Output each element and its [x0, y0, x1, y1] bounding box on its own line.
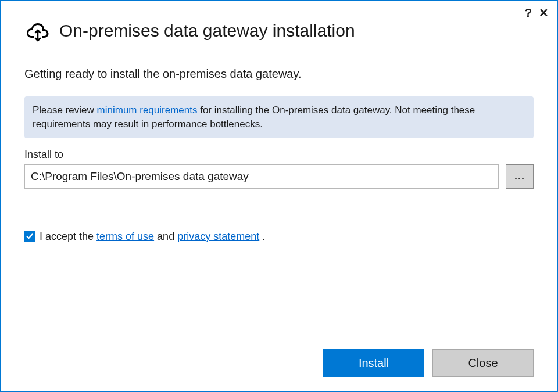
privacy-statement-link[interactable]: privacy statement: [177, 231, 259, 242]
divider: [24, 87, 534, 87]
close-icon[interactable]: ✕: [539, 7, 549, 19]
installer-window: ? ✕ On-premises data gateway installatio…: [0, 0, 558, 392]
min-requirements-link[interactable]: minimum requirements: [97, 105, 198, 116]
titlebar-controls: ? ✕: [525, 7, 549, 19]
close-button[interactable]: Close: [432, 349, 534, 377]
requirements-info-box: Please review minimum requirements for i…: [24, 96, 534, 138]
page-title: On-premises data gateway installation: [59, 21, 355, 41]
header: On-premises data gateway installation: [24, 20, 534, 42]
install-path-row: ...: [24, 164, 534, 189]
help-icon[interactable]: ?: [525, 7, 532, 19]
info-prefix: Please review: [33, 105, 97, 116]
accept-mid: and: [154, 231, 177, 242]
accept-terms-row: I accept the terms of use and privacy st…: [24, 231, 534, 243]
install-path-input[interactable]: [24, 164, 499, 189]
install-button[interactable]: Install: [323, 349, 424, 377]
terms-of-use-link[interactable]: terms of use: [96, 231, 154, 242]
browse-button[interactable]: ...: [506, 164, 534, 189]
accept-suffix: .: [259, 231, 265, 242]
footer-buttons: Install Close: [323, 349, 534, 377]
cloud-gateway-icon: [24, 20, 50, 42]
accept-prefix: I accept the: [40, 231, 96, 242]
subtitle: Getting ready to install the on-premises…: [24, 67, 534, 81]
install-to-label: Install to: [24, 149, 534, 161]
accept-checkbox[interactable]: [24, 231, 35, 242]
accept-text: I accept the terms of use and privacy st…: [40, 231, 265, 243]
